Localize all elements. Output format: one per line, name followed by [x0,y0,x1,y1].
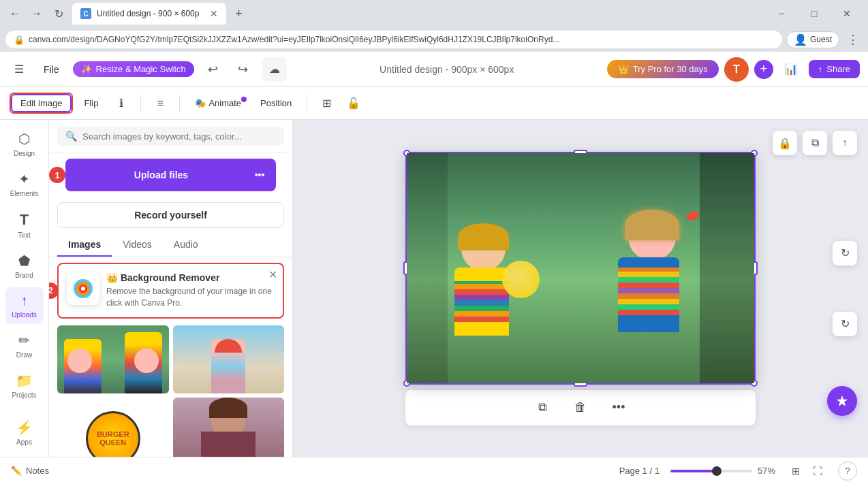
brand-label: Brand [15,272,33,279]
undo-button[interactable]: ↩ [202,59,224,80]
sidebar-item-text[interactable]: T Text [5,206,44,244]
tab-images[interactable]: Images [57,233,112,257]
forward-button[interactable]: → [27,4,46,23]
add-page-button[interactable]: ↑ [833,131,857,155]
brand-icon: ⬟ [18,253,30,269]
close-button[interactable]: ✕ [831,3,863,25]
record-yourself-button[interactable]: Record yourself [57,202,284,228]
active-tab[interactable]: C Untitled design - 900 × 600p ✕ [72,3,226,25]
sidebar-item-apps[interactable]: ⚡ Apps [5,414,44,451]
guest-button[interactable]: 👤 Guest [786,31,839,48]
background-remover-popup: 👑 Background Remover Remove the backgrou… [57,263,284,319]
rotate-canvas-button[interactable]: ↻ [833,312,857,336]
flip-button[interactable]: Flip [77,95,105,111]
burger-logo-text: BURGERQUEEN [97,430,129,447]
cloud-save-button[interactable]: ☁ [262,57,287,82]
try-pro-button[interactable]: 👑 Try Pro for 30 days [607,60,719,78]
app-header: ☰ File ✨ Resize & Magic Switch ↩ ↪ ☁ Unt… [0,52,868,87]
file-menu-button[interactable]: File [38,61,65,78]
toolbar-separator-2 [179,95,180,112]
guest-label: Guest [810,35,832,44]
refresh-canvas-button[interactable]: ↻ [833,241,857,265]
zoom-slider[interactable] [670,470,752,472]
hamburger-button[interactable]: ☰ [8,59,30,80]
image-thumbnail-2[interactable] [173,325,285,393]
panel-content: 2 👑 Background Remover Remove the backgr… [49,257,292,457]
info-button[interactable]: ℹ [110,93,132,114]
bg-remover-title: 👑 Background Remover [106,272,275,283]
analytics-button[interactable]: 📊 [779,57,803,82]
main-layout: ⬡ Design ✦ Elements T Text ⬟ Brand ↑ Upl… [0,120,868,457]
grid-view-button[interactable]: ⊞ [786,462,805,481]
ai-fab-button[interactable] [827,386,857,416]
tab-close-button[interactable]: ✕ [210,8,218,19]
sidebar-item-elements[interactable]: ✦ Elements [5,165,44,203]
canvas-frame[interactable] [405,152,756,385]
tab-audio[interactable]: Audio [163,233,209,257]
woman-image [173,398,285,457]
lock-canvas-button[interactable]: 🔒 [773,131,797,155]
help-button[interactable]: ? [838,462,857,481]
canvas-image [407,153,754,383]
zoom-label: 57% [758,466,775,476]
back-button[interactable]: ← [5,4,25,23]
redo-button[interactable]: ↪ [232,59,254,80]
sidebar-item-draw[interactable]: ✏ Draw [5,327,44,364]
magic-switch-button[interactable]: ✨ Resize & Magic Switch [73,61,194,77]
upload-more-button[interactable]: ••• [250,165,269,184]
page-info: Page 1 / 1 [619,466,660,476]
search-box: 🔍 [57,127,284,146]
canvas-area: 🔒 ⧉ ↑ [293,120,868,457]
upload-files-button[interactable]: Upload files ••• [65,159,276,191]
burger-image: BURGERQUEEN [57,398,169,457]
copy-canvas-button[interactable]: ⧉ [530,396,555,420]
text-icon: T [20,211,29,229]
edit-image-button[interactable]: Edit image [11,94,72,112]
transparency-button[interactable]: ⊞ [315,93,337,114]
try-pro-label: Try Pro for 30 days [633,64,708,74]
delete-canvas-button[interactable]: 🗑 [568,396,593,420]
notes-button[interactable]: ✏️ Notes [11,466,49,476]
refresh-button[interactable]: ↻ [49,4,68,23]
text-label: Text [18,231,30,239]
browser-more-button[interactable]: ⋮ [843,30,863,49]
fullscreen-button[interactable]: ⛶ [808,462,827,481]
search-input[interactable] [82,131,276,142]
uploads-panel: 🔍 1 Upload files ••• Record yourself Ima… [49,120,293,457]
bg-remover-desc: Remove the background of your image in o… [106,286,275,309]
duplicate-canvas-button[interactable]: ⧉ [803,131,827,155]
animate-label: Animate [208,98,241,108]
burger-logo: BURGERQUEEN [86,411,140,457]
image-thumbnail-1[interactable] [57,325,169,393]
more-canvas-button[interactable]: ••• [606,396,631,420]
design-label: Design [14,150,35,157]
sidebar-item-uploads[interactable]: ↑ Uploads [5,287,44,324]
lock-button[interactable]: 🔓 [343,93,365,114]
tab-videos[interactable]: Videos [112,233,163,257]
add-team-button[interactable]: + [754,60,773,79]
image-thumbnail-4[interactable] [173,398,285,457]
magic-switch-label: Resize & Magic Switch [96,64,186,74]
avatar-button[interactable]: T [724,57,749,82]
animate-button[interactable]: 🎭 Animate [188,95,248,111]
image-thumbnail-3[interactable]: BURGERQUEEN [57,398,169,457]
maximize-button[interactable]: □ [799,3,830,25]
sidebar-item-design[interactable]: ⬡ Design [5,125,44,163]
url-bar[interactable]: 🔒 canva.com/design/DAGNoYQfG2Y/tmlp7EQtS… [5,31,782,48]
share-icon: ↑ [818,64,823,74]
position-button[interactable]: Position [253,95,298,111]
lines-button[interactable]: ≡ [149,93,171,114]
bg-remover-close-button[interactable]: ✕ [268,268,277,281]
uploads-icon: ↑ [21,293,28,308]
address-bar: 🔒 canva.com/design/DAGNoYQfG2Y/tmlp7EQtS… [0,27,868,52]
draw-label: Draw [16,351,32,359]
share-button[interactable]: ↑ Share [809,60,860,78]
zoom-slider-thumb[interactable] [712,466,722,476]
sidebar-item-projects[interactable]: 📁 Projects [5,367,44,404]
minimize-button[interactable]: − [766,3,797,25]
sidebar-item-brand[interactable]: ⬟ Brand [5,247,44,285]
projects-icon: 📁 [16,372,33,389]
kids-image [57,325,169,393]
new-tab-button[interactable]: + [229,4,248,23]
notes-icon: ✏️ [11,466,22,476]
